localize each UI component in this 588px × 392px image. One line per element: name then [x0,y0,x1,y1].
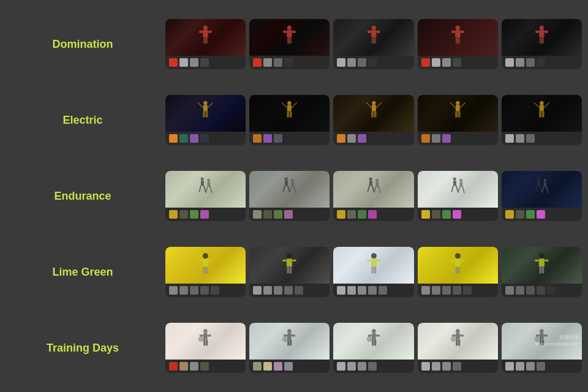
card-colors-4-0 [165,360,246,373]
card-0-4[interactable] [502,19,582,69]
card-0-3[interactable] [418,19,498,69]
card-image-3-1 [249,247,330,284]
svg-line-74 [290,187,291,193]
card-3-0[interactable] [165,247,246,297]
svg-rect-140 [284,334,287,336]
svg-rect-37 [287,105,292,111]
card-colors-2-2 [333,208,413,221]
color-swatch-1-0-2 [190,134,198,143]
card-1-3[interactable] [418,95,498,145]
card-2-3[interactable] [418,171,498,221]
figure-1 [333,95,413,132]
color-swatch-3-2-4 [379,286,387,295]
card-image-2-1 [249,171,330,208]
card-4-0[interactable] [165,323,246,373]
color-swatch-3-3-3 [453,286,461,295]
card-image-4-1 [249,323,330,360]
row-label-4: Training Days [0,342,165,355]
row-label-0: Domination [0,38,165,51]
card-4-3[interactable] [418,323,498,373]
color-swatch-1-1-0 [253,134,262,143]
svg-rect-97 [544,182,547,187]
svg-rect-69 [285,181,288,186]
svg-line-66 [206,187,207,193]
card-colors-2-1 [249,208,330,221]
figure-0 [249,19,330,56]
card-3-4[interactable] [502,247,582,297]
svg-point-72 [292,179,295,182]
row-domination: Domination [0,6,588,82]
color-swatch-0-3-3 [453,58,461,67]
color-swatch-3-3-2 [442,286,451,295]
card-1-0[interactable] [165,95,246,145]
svg-rect-145 [372,333,375,339]
card-image-1-3 [418,95,498,132]
svg-rect-147 [368,334,371,336]
color-swatch-4-0-2 [190,362,198,371]
card-colors-1-1 [249,132,330,145]
color-swatch-2-2-2 [358,210,366,219]
svg-rect-142 [288,339,290,345]
svg-rect-1 [203,30,208,37]
color-swatch-2-0-1 [179,210,188,219]
color-swatch-1-1-2 [274,134,282,143]
svg-rect-120 [451,260,455,262]
card-4-2[interactable] [333,323,413,373]
card-1-2[interactable] [333,95,413,145]
svg-point-146 [366,336,372,342]
color-swatch-0-2-3 [368,58,377,67]
card-colors-2-0 [165,208,246,221]
svg-point-68 [285,178,288,181]
card-0-0[interactable] [165,19,246,69]
svg-line-39 [292,103,297,108]
card-4-1[interactable] [249,323,330,373]
svg-point-0 [203,26,208,30]
svg-line-70 [284,186,285,191]
card-3-1[interactable] [249,247,330,297]
card-3-2[interactable] [333,247,413,297]
color-swatch-0-2-1 [347,58,356,67]
card-0-1[interactable] [249,19,330,69]
card-3-3[interactable] [418,247,498,297]
color-swatch-3-1-3 [284,286,293,295]
color-swatch-3-4-3 [537,286,545,295]
svg-rect-129 [542,266,545,273]
svg-rect-31 [203,105,208,111]
svg-line-45 [376,103,382,108]
card-colors-1-2 [333,132,413,145]
card-2-2[interactable] [333,171,413,221]
color-swatch-1-1-1 [263,134,272,143]
svg-rect-16 [372,37,374,44]
card-image-4-3 [418,323,498,360]
card-1-4[interactable] [502,95,582,145]
card-image-3-4 [502,247,582,284]
card-4-4[interactable]: 灵感中国lingganonchina.com [502,323,582,373]
color-swatch-1-2-0 [337,134,345,143]
card-1-1[interactable] [249,95,330,145]
card-2-1[interactable] [249,171,330,221]
row-label-3: Lime Green [0,266,165,279]
card-0-2[interactable] [333,19,413,69]
figure-2 [418,171,498,208]
svg-line-90 [458,187,459,193]
color-swatch-0-1-0 [253,58,262,67]
svg-point-151 [456,329,459,333]
figure-2 [502,171,582,208]
svg-rect-35 [206,111,208,118]
card-2-0[interactable] [165,171,246,221]
color-swatch-4-3-3 [453,362,461,371]
card-image-0-2 [333,19,413,56]
color-swatch-4-2-1 [347,362,356,371]
color-swatch-4-0-0 [169,362,178,371]
svg-rect-107 [287,258,292,266]
color-swatch-3-1-0 [253,286,262,295]
color-swatch-1-3-0 [421,134,430,143]
color-swatch-3-1-1 [263,286,272,295]
color-swatch-0-4-2 [526,58,535,67]
svg-rect-138 [288,333,292,339]
color-swatch-2-3-0 [421,210,430,219]
cards-row-1 [165,95,588,145]
svg-line-71 [288,186,289,191]
svg-rect-40 [287,111,290,118]
card-2-4[interactable] [502,171,582,221]
